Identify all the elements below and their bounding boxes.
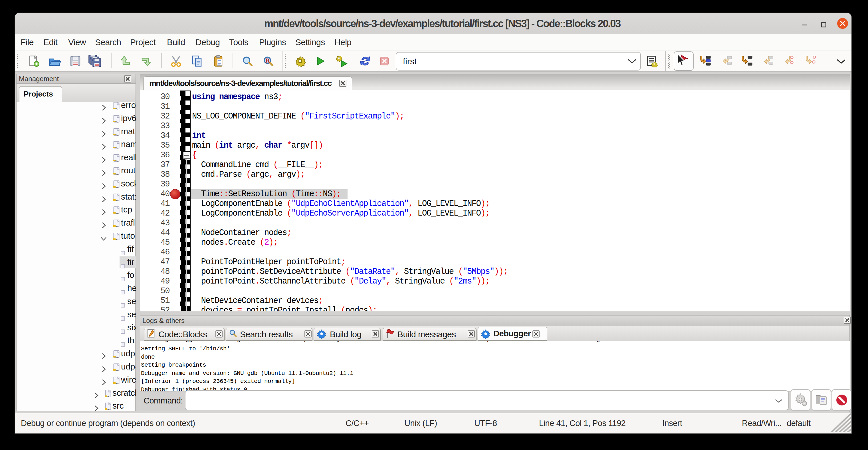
svg-text:R: R <box>266 57 270 64</box>
